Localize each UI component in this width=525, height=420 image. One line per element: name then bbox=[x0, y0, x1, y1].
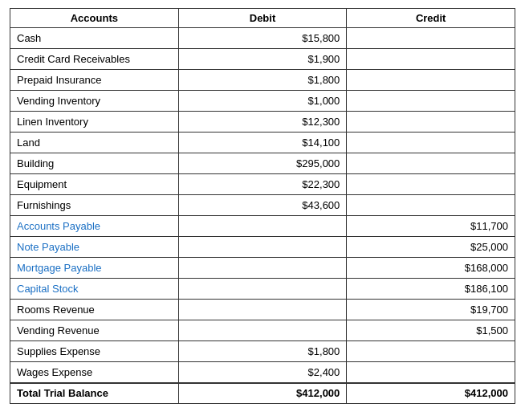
table-row: Linen Inventory$12,300 bbox=[10, 112, 515, 133]
credit-cell: $1,500 bbox=[347, 320, 515, 341]
credit-cell: $186,100 bbox=[347, 279, 515, 300]
account-cell: Prepaid Insurance bbox=[10, 70, 179, 91]
table-row: Building$295,000 bbox=[10, 153, 515, 174]
credit-cell bbox=[347, 91, 515, 112]
credit-cell bbox=[347, 28, 515, 49]
table-row: Capital Stock$186,100 bbox=[10, 279, 515, 300]
debit-cell: $15,800 bbox=[178, 28, 347, 49]
table-row: Vending Inventory$1,000 bbox=[10, 91, 515, 112]
credit-cell: $168,000 bbox=[347, 258, 515, 279]
table-row: Supplies Expense$1,800 bbox=[10, 341, 515, 362]
credit-cell bbox=[347, 49, 515, 70]
debit-cell: $12,300 bbox=[178, 112, 347, 133]
table-row: Land$14,100 bbox=[10, 133, 515, 153]
credit-cell bbox=[347, 70, 515, 91]
credit-cell bbox=[347, 195, 515, 216]
credit-cell bbox=[347, 362, 515, 383]
debit-cell: $1,900 bbox=[178, 49, 347, 70]
credit-cell bbox=[347, 133, 515, 153]
total-label: Total Trial Balance bbox=[10, 383, 179, 404]
table-row: Vending Revenue$1,500 bbox=[10, 320, 515, 341]
account-cell: Mortgage Payable bbox=[10, 258, 179, 279]
account-cell: Wages Expense bbox=[10, 362, 179, 383]
debit-cell bbox=[178, 279, 347, 300]
account-cell: Note Payable bbox=[10, 237, 179, 258]
table-row: Rooms Revenue$19,700 bbox=[10, 300, 515, 320]
account-cell: Vending Inventory bbox=[10, 91, 179, 112]
credit-cell: $11,700 bbox=[347, 216, 515, 237]
credit-cell: $25,000 bbox=[347, 237, 515, 258]
debit-header: Debit bbox=[178, 9, 347, 28]
debit-cell bbox=[178, 258, 347, 279]
account-cell: Equipment bbox=[10, 174, 179, 195]
table-row: Cash$15,800 bbox=[10, 28, 515, 49]
table-row: Note Payable$25,000 bbox=[10, 237, 515, 258]
account-cell: Supplies Expense bbox=[10, 341, 179, 362]
total-credit: $412,000 bbox=[347, 383, 515, 404]
account-cell: Accounts Payable bbox=[10, 216, 179, 237]
credit-cell bbox=[347, 112, 515, 133]
table-row: Wages Expense$2,400 bbox=[10, 362, 515, 383]
debit-cell bbox=[178, 320, 347, 341]
total-row: Total Trial Balance$412,000$412,000 bbox=[10, 383, 515, 404]
accounts-header: Accounts bbox=[10, 9, 179, 28]
debit-cell bbox=[178, 237, 347, 258]
debit-cell: $22,300 bbox=[178, 174, 347, 195]
debit-cell: $1,800 bbox=[178, 70, 347, 91]
account-cell: Cash bbox=[10, 28, 179, 49]
account-cell: Vending Revenue bbox=[10, 320, 179, 341]
credit-cell bbox=[347, 341, 515, 362]
account-cell: Furnishings bbox=[10, 195, 179, 216]
debit-cell: $1,000 bbox=[178, 91, 347, 112]
trial-balance-table: Accounts Debit Credit Cash$15,800Credit … bbox=[10, 8, 515, 404]
credit-cell bbox=[347, 174, 515, 195]
credit-cell bbox=[347, 153, 515, 174]
account-cell: Rooms Revenue bbox=[10, 300, 179, 320]
table-row: Prepaid Insurance$1,800 bbox=[10, 70, 515, 91]
account-cell: Land bbox=[10, 133, 179, 153]
debit-cell: $43,600 bbox=[178, 195, 347, 216]
table-row: Equipment$22,300 bbox=[10, 174, 515, 195]
debit-cell: $1,800 bbox=[178, 341, 347, 362]
account-cell: Capital Stock bbox=[10, 279, 179, 300]
account-cell: Credit Card Receivables bbox=[10, 49, 179, 70]
credit-cell: $19,700 bbox=[347, 300, 515, 320]
debit-cell: $14,100 bbox=[178, 133, 347, 153]
table-row: Mortgage Payable$168,000 bbox=[10, 258, 515, 279]
table-row: Furnishings$43,600 bbox=[10, 195, 515, 216]
total-debit: $412,000 bbox=[178, 383, 347, 404]
debit-cell: $2,400 bbox=[178, 362, 347, 383]
debit-cell bbox=[178, 216, 347, 237]
account-cell: Building bbox=[10, 153, 179, 174]
debit-cell bbox=[178, 300, 347, 320]
debit-cell: $295,000 bbox=[178, 153, 347, 174]
table-row: Credit Card Receivables$1,900 bbox=[10, 49, 515, 70]
credit-header: Credit bbox=[347, 9, 515, 28]
table-row: Accounts Payable$11,700 bbox=[10, 216, 515, 237]
account-cell: Linen Inventory bbox=[10, 112, 179, 133]
